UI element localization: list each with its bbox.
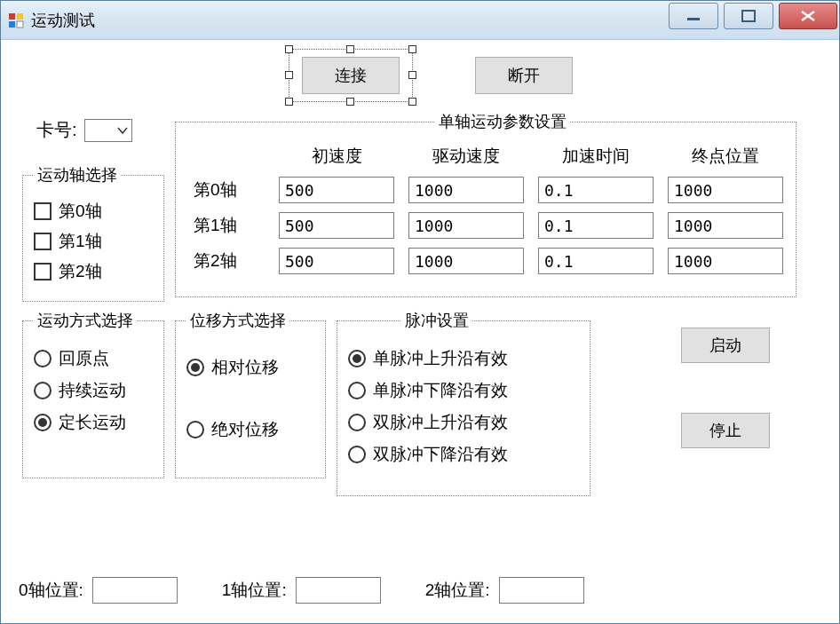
axis2-accel-time-input[interactable] [538,248,654,274]
axis0-pos-input[interactable] [92,577,178,604]
svg-rect-0 [9,13,15,20]
card-number-combo[interactable] [84,119,132,142]
disp-mode-legend: 位移方式选择 [186,310,289,331]
axis0-init-speed-input[interactable] [279,177,394,203]
axis2-pos-input[interactable] [499,577,584,604]
pulse-double-falling-label: 双脉冲下降沿有效 [373,443,508,466]
move-mode-home-label: 回原点 [59,347,109,370]
close-button[interactable] [779,3,837,29]
radio-icon [186,421,204,438]
axis-1-label: 第1轴 [59,230,102,253]
axis-select-legend: 运动轴选择 [34,164,121,186]
move-mode-fixed-label: 定长运动 [59,411,126,434]
disp-mode-group: 位移方式选择 相对位移 绝对位移 [175,310,326,478]
svg-rect-5 [742,11,755,21]
axis2-end-pos-input[interactable] [668,248,783,274]
axis-1-checkbox[interactable]: 第1轴 [34,230,153,253]
axis1-init-speed-input[interactable] [279,212,394,239]
axis2-pos-label: 2轴位置: [425,579,490,602]
move-mode-legend: 运动方式选择 [34,310,137,331]
disconnect-button[interactable]: 断开 [475,57,573,94]
move-mode-fixed[interactable]: 定长运动 [34,411,153,434]
axis-0-label: 第0轴 [59,200,102,223]
axis-params-legend: 单轴运动参数设置 [435,111,570,132]
checkbox-icon [34,263,52,280]
radio-icon [348,414,366,431]
axis2-drive-speed-input[interactable] [408,248,524,274]
svg-rect-1 [17,13,23,20]
connect-button[interactable]: 连接 [302,57,400,94]
pulse-double-rising[interactable]: 双脉冲上升沿有效 [348,411,579,434]
col-end-pos: 终点位置 [668,145,783,168]
axis-2-label: 第2轴 [59,260,102,283]
stop-button[interactable]: 停止 [681,413,770,448]
pulse-double-rising-label: 双脉冲上升沿有效 [373,411,508,434]
radio-icon [348,350,366,367]
pulse-group: 脉冲设置 单脉冲上升沿有效 单脉冲下降沿有效 双脉冲上升沿有效 双脉冲下降沿有效 [337,310,590,496]
checkbox-icon [34,233,52,250]
move-mode-group: 运动方式选择 回原点 持续运动 定长运动 [22,310,164,478]
move-mode-continuous-label: 持续运动 [59,379,126,402]
col-init-speed: 初速度 [279,145,394,168]
radio-icon [186,359,204,376]
radio-icon [34,350,52,367]
card-number-label: 卡号: [36,118,77,142]
pulse-legend: 脉冲设置 [401,310,472,331]
disp-mode-absolute-label: 绝对位移 [211,418,279,441]
axis-select-group: 运动轴选择 第0轴 第1轴 第2轴 [22,164,164,302]
axis1-pos-input[interactable] [296,577,381,604]
maximize-button[interactable] [724,3,773,29]
axis-0-checkbox[interactable]: 第0轴 [34,200,153,223]
axis0-pos-label: 0轴位置: [19,579,83,602]
disp-mode-relative-label: 相对位移 [211,356,279,379]
row-axis2-label: 第2轴 [194,249,265,273]
axis-params-group: 单轴运动参数设置 初速度 驱动速度 加速时间 终点位置 第0轴 第1轴 第2轴 [175,111,796,297]
svg-rect-2 [9,21,15,28]
move-mode-continuous[interactable]: 持续运动 [34,379,153,402]
app-icon [8,12,24,28]
axis0-end-pos-input[interactable] [668,177,783,203]
axis1-accel-time-input[interactable] [538,212,654,239]
row-axis1-label: 第1轴 [194,214,265,237]
axis-2-checkbox[interactable]: 第2轴 [34,260,153,283]
axis1-pos-label: 1轴位置: [222,579,287,602]
pulse-double-falling[interactable]: 双脉冲下降沿有效 [348,443,579,466]
checkbox-icon [34,202,52,220]
col-accel-time: 加速时间 [538,145,654,168]
disp-mode-relative[interactable]: 相对位移 [186,356,314,379]
row-axis0-label: 第0轴 [194,178,265,201]
radio-icon [34,382,52,399]
pulse-single-falling-label: 单脉冲下降沿有效 [373,379,508,402]
axis2-init-speed-input[interactable] [279,248,394,274]
pulse-single-rising-label: 单脉冲上升沿有效 [373,347,508,370]
radio-icon [348,382,366,399]
move-mode-home[interactable]: 回原点 [34,347,153,370]
pulse-single-falling[interactable]: 单脉冲下降沿有效 [348,379,579,402]
axis0-drive-speed-input[interactable] [408,177,524,203]
radio-icon [348,446,366,463]
radio-icon [34,414,52,431]
svg-rect-3 [17,21,23,28]
axis0-accel-time-input[interactable] [538,177,654,203]
minimize-button[interactable] [669,3,718,29]
window-title: 运动测试 [31,10,95,31]
pulse-single-rising[interactable]: 单脉冲上升沿有效 [348,347,579,370]
disp-mode-absolute[interactable]: 绝对位移 [186,418,314,441]
axis1-end-pos-input[interactable] [668,212,783,239]
axis1-drive-speed-input[interactable] [408,212,524,239]
svg-rect-4 [687,18,700,20]
titlebar: 运动测试 [1,1,839,40]
col-drive-speed: 驱动速度 [408,145,524,168]
start-button[interactable]: 启动 [681,328,770,363]
